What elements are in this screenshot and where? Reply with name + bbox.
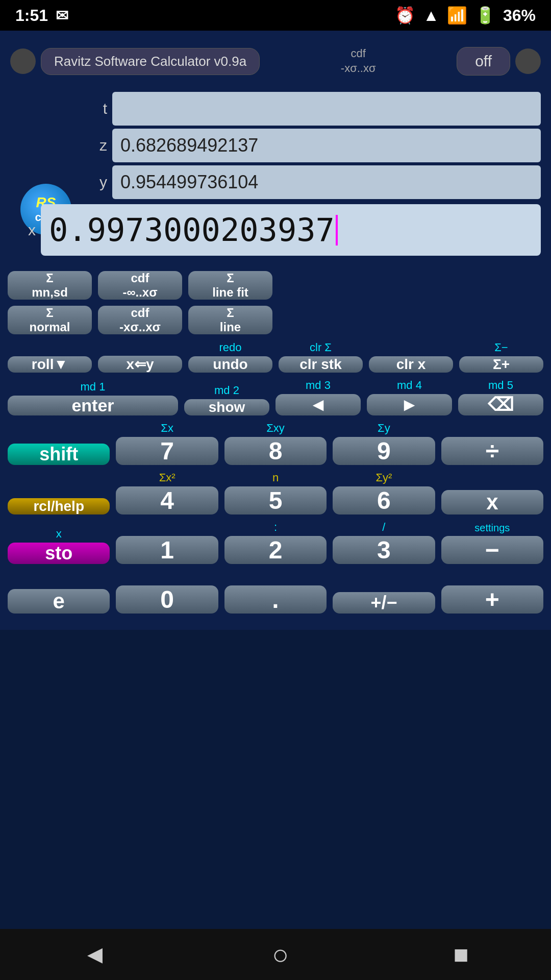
two-wrapper: : 2: [224, 521, 327, 564]
two-button[interactable]: 2: [224, 536, 327, 564]
button-row-7: x sto 1 : 2 / 3 settings −: [8, 521, 543, 564]
shift-button[interactable]: shift: [8, 444, 110, 465]
clr-sigma-label: clr Σ: [310, 341, 332, 354]
button-row-1: Σ mn,sd cdf -∞..xσ Σ line fit: [8, 271, 543, 300]
right-circle-button[interactable]: [515, 48, 541, 74]
e-button[interactable]: e: [8, 589, 110, 614]
t-label: t: [82, 100, 107, 117]
divide-button[interactable]: ÷: [441, 437, 543, 465]
sigma-line-button[interactable]: Σ line: [188, 306, 272, 334]
status-bar: 1:51 ✉ ⏰ ▲ 📶 🔋 36%: [0, 0, 551, 31]
display-inner: t z y: [10, 92, 541, 199]
display-wrapper: RS calc t z y: [10, 92, 541, 199]
sigma-mn-sd-wrapper: Σ mn,sd: [8, 271, 92, 300]
multiply-wrapper: x: [441, 475, 543, 514]
off-button[interactable]: off: [457, 47, 510, 76]
plus-button[interactable]: +: [441, 585, 543, 614]
left-circle-button[interactable]: [10, 48, 36, 74]
left-arrow-button[interactable]: ◄: [276, 394, 361, 415]
clrx-above-label: [409, 341, 412, 354]
battery-icon: 🔋: [475, 6, 495, 25]
home-button[interactable]: ○: [272, 938, 289, 971]
sigma-plus-button[interactable]: Σ+: [459, 356, 543, 373]
undo-button[interactable]: undo: [188, 356, 272, 373]
sigma-line-label: Σ: [227, 306, 234, 320]
sigma-mn-sd-button[interactable]: Σ mn,sd: [8, 271, 92, 300]
show-button[interactable]: show: [184, 399, 269, 415]
roll-above-label: [48, 341, 51, 354]
undo-wrapper: redo undo: [188, 341, 272, 373]
zero-button[interactable]: 0: [116, 585, 218, 614]
time-display: 1:51: [15, 6, 48, 25]
x-swap-y-button[interactable]: x⇐y: [98, 356, 182, 373]
cdf-xsigma-button[interactable]: cdf -xσ..xσ: [98, 306, 182, 334]
header-bar: Ravitz Software Calculator v0.9a cdf -xσ…: [0, 31, 551, 92]
sigma-line-fit-label: Σ: [227, 271, 234, 285]
slash-label: /: [382, 521, 385, 534]
app-title-button[interactable]: Ravitz Software Calculator v0.9a: [41, 48, 260, 75]
nine-wrapper: Σy 9: [333, 422, 435, 465]
clr-stk-button[interactable]: clr stk: [279, 356, 363, 373]
alarm-icon: ⏰: [395, 6, 415, 25]
five-wrapper: n 5: [224, 471, 327, 514]
enter-button[interactable]: enter: [8, 396, 178, 415]
sto-button[interactable]: sto: [8, 543, 110, 564]
nine-button[interactable]: 9: [333, 437, 435, 465]
sigma-normal-button[interactable]: Σ normal: [8, 306, 92, 334]
md3-label: md 3: [306, 379, 331, 392]
five-button[interactable]: 5: [224, 486, 327, 514]
dot-button[interactable]: .: [224, 585, 327, 614]
roll-down-wrapper: roll▼: [8, 341, 92, 373]
minus-wrapper: settings −: [441, 522, 543, 564]
sigma-mn-sd-sublabel: mn,sd: [32, 285, 68, 300]
md2-label: md 2: [214, 384, 239, 397]
z-input[interactable]: [112, 129, 541, 162]
cdf-inf-sigma-button[interactable]: cdf -∞..xσ: [98, 271, 182, 300]
zero-wrapper: 0: [116, 570, 218, 614]
multiply-button[interactable]: x: [441, 490, 543, 514]
sigma-x-label: Σx: [161, 422, 173, 435]
minus-button[interactable]: −: [441, 536, 543, 564]
x-swap-y-wrapper: x⇐y: [98, 340, 182, 373]
y-display-row: y: [82, 165, 541, 199]
three-button[interactable]: 3: [333, 536, 435, 564]
seven-button[interactable]: 7: [116, 437, 218, 465]
sto-x-label: x: [56, 527, 62, 541]
x-display-row: x 0.9973000203937: [10, 204, 541, 256]
backspace-wrapper: md 5 ⌫: [458, 379, 543, 415]
clr-stk-wrapper: clr Σ clr stk: [279, 341, 363, 373]
roll-down-button[interactable]: roll▼: [8, 356, 92, 373]
sigma-x2-label: Σx²: [159, 471, 176, 484]
y-input[interactable]: [112, 165, 541, 199]
eight-button[interactable]: 8: [224, 437, 327, 465]
x-display-container[interactable]: 0.9973000203937: [41, 204, 541, 256]
four-button[interactable]: 4: [116, 486, 218, 514]
gmail-icon: ✉: [56, 7, 68, 24]
backspace-button[interactable]: ⌫: [458, 394, 543, 415]
back-button[interactable]: ◄: [82, 940, 108, 969]
clr-x-button[interactable]: clr x: [369, 356, 453, 373]
rcl-help-wrapper: rcl/help: [8, 483, 110, 514]
clr-x-wrapper: clr x: [369, 341, 453, 373]
one-wrapper: 1: [116, 521, 218, 564]
cdf-xsigma-sublabel: -xσ..xσ: [119, 320, 161, 334]
rcl-help-button[interactable]: rcl/help: [8, 498, 110, 514]
x-label: x: [10, 222, 36, 239]
cursor: [336, 215, 338, 246]
sigma-line-fit-button[interactable]: Σ line fit: [188, 271, 272, 300]
one-button[interactable]: 1: [116, 536, 218, 564]
status-left: 1:51 ✉: [15, 6, 68, 25]
zero-above: [166, 570, 169, 583]
status-right: ⏰ ▲ 📶 🔋 36%: [395, 6, 536, 25]
show-wrapper: md 2 show: [184, 384, 269, 415]
range-label: -xσ..xσ: [341, 61, 376, 76]
right-arrow-button[interactable]: ►: [367, 394, 452, 415]
plus-minus-above: [382, 577, 385, 590]
recent-button[interactable]: ■: [454, 940, 469, 969]
n-label: n: [272, 471, 279, 484]
t-input[interactable]: [112, 92, 541, 126]
six-button[interactable]: 6: [333, 486, 435, 514]
nav-bar: ◄ ○ ■: [0, 929, 551, 980]
rcl-above: [57, 483, 60, 496]
plus-minus-button[interactable]: +/−: [333, 592, 435, 614]
